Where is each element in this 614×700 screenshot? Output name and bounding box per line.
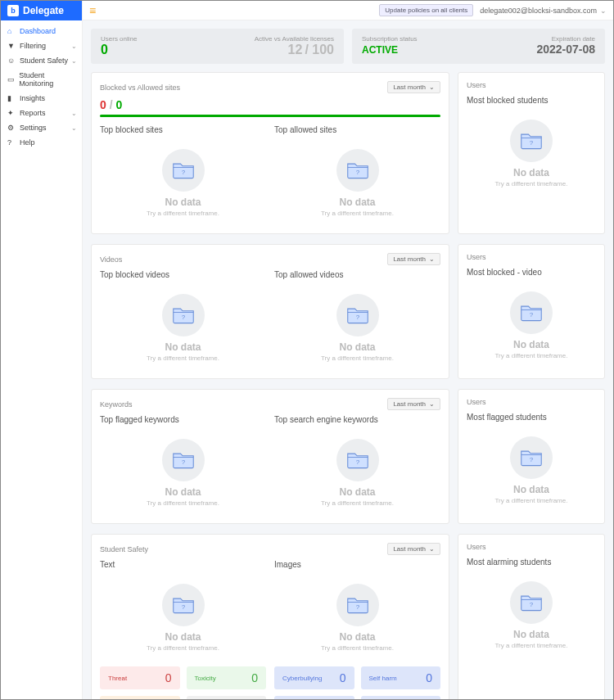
safety-timeframe-dropdown[interactable]: Last month⌄ bbox=[387, 543, 440, 555]
expiration-date: 2022-07-08 bbox=[536, 43, 595, 56]
pill-threat[interactable]: Threat0 bbox=[100, 666, 180, 689]
nav-item-dashboard[interactable]: ⌂Dashboard bbox=[1, 24, 82, 38]
no-data-title: No data bbox=[274, 341, 440, 353]
videos-users-title: Users bbox=[467, 253, 596, 261]
user-menu[interactable]: delegate002@blocksi-sandbox.com ⌄ bbox=[480, 7, 607, 15]
keywords-users-panel: Users Most flagged students ?No dataTry … bbox=[458, 389, 605, 524]
pill-label: Cyberbullying bbox=[282, 675, 322, 682]
sites-users-title: Users bbox=[467, 81, 596, 89]
expiration-label: Expiration date bbox=[552, 35, 595, 43]
folder-icon: ? bbox=[162, 294, 205, 336]
chevron-down-icon: ⌄ bbox=[71, 110, 77, 117]
nav-item-settings[interactable]: ⚙Settings⌄ bbox=[1, 120, 82, 135]
sites-panel: Blocked vs Allowed sites Last month⌄ 0 /… bbox=[91, 72, 449, 234]
chevron-down-icon: ⌄ bbox=[429, 545, 435, 553]
no-data-sub: Try a different timeframe. bbox=[100, 210, 266, 217]
nav-label: Dashboard bbox=[20, 27, 56, 35]
chevron-down-icon: ⌄ bbox=[429, 84, 435, 91]
sites-timeframe-dropdown[interactable]: Last month⌄ bbox=[387, 81, 440, 93]
subscription-card: Subscription status Expiration date ACTI… bbox=[352, 29, 605, 64]
update-policies-button[interactable]: Update policies on all clients bbox=[379, 4, 473, 16]
brand-icon: b bbox=[7, 5, 19, 16]
svg-text:?: ? bbox=[181, 314, 185, 321]
keywords-timeframe-dropdown[interactable]: Last month⌄ bbox=[387, 398, 440, 410]
folder-icon: ? bbox=[336, 439, 379, 481]
licenses-label: Active vs Available licenses bbox=[255, 35, 334, 43]
nav-label: Help bbox=[20, 138, 35, 147]
sites-progress-bar bbox=[100, 115, 440, 117]
topbar: ≡ Update policies on all clients delegat… bbox=[83, 1, 613, 20]
pill-adult[interactable]: Adult0 bbox=[361, 696, 441, 699]
no-data-sub: Try a different timeframe. bbox=[467, 352, 596, 359]
pill-self-harm[interactable]: Self harm0 bbox=[361, 666, 441, 689]
pill-label: Threat bbox=[108, 675, 127, 682]
nav-label: Student Monitoring bbox=[19, 71, 75, 88]
svg-text:?: ? bbox=[355, 314, 359, 321]
no-data: ?No dataTry a different timeframe. bbox=[100, 141, 266, 225]
svg-text:?: ? bbox=[530, 601, 534, 608]
videos-panel: Videos Last month⌄ Top blocked videos?No… bbox=[91, 244, 449, 379]
nav-item-insights[interactable]: ▮Insights bbox=[1, 91, 82, 106]
nav-icon: ☺ bbox=[7, 56, 16, 65]
nav-item-student-safety[interactable]: ☺Student Safety⌄ bbox=[1, 53, 82, 68]
pill-toxicity[interactable]: Toxicity0 bbox=[187, 666, 267, 689]
nav-icon: ▮ bbox=[7, 94, 16, 102]
videos-timeframe-dropdown[interactable]: Last month⌄ bbox=[387, 253, 440, 265]
sites-title: Blocked vs Allowed sites bbox=[100, 84, 180, 92]
folder-icon: ? bbox=[336, 584, 379, 626]
svg-text:?: ? bbox=[181, 169, 185, 176]
nav-icon: ? bbox=[7, 138, 16, 147]
svg-text:?: ? bbox=[355, 458, 359, 466]
pill-cyberbullying[interactable]: Cyberbullying0 bbox=[274, 666, 354, 689]
pill-cyberbullying[interactable]: Cyberbullying0 bbox=[100, 696, 180, 699]
folder-icon: ? bbox=[510, 581, 553, 624]
videos-users-panel: Users Most blocked - video ?No dataTry a… bbox=[458, 244, 605, 379]
nav-icon: ▼ bbox=[7, 42, 16, 50]
nav-item-reports[interactable]: ✦Reports⌄ bbox=[1, 106, 82, 120]
nav-label: Insights bbox=[20, 94, 45, 102]
brand-logo[interactable]: b Delegate bbox=[1, 1, 82, 20]
nav-item-help[interactable]: ?Help bbox=[1, 135, 82, 150]
no-data-title: No data bbox=[274, 631, 440, 643]
no-data-title: No data bbox=[467, 167, 596, 178]
folder-icon: ? bbox=[162, 439, 205, 481]
svg-text:?: ? bbox=[530, 311, 534, 318]
no-data-sub: Try a different timeframe. bbox=[274, 644, 440, 652]
no-data-title: No data bbox=[274, 196, 440, 208]
no-data-title: No data bbox=[274, 486, 440, 498]
nav-icon: ⚙ bbox=[7, 124, 16, 132]
nav-icon: ▭ bbox=[7, 75, 15, 84]
users-online-card: Users online Active vs Available license… bbox=[91, 29, 344, 64]
menu-toggle-icon[interactable]: ≡ bbox=[89, 4, 96, 17]
no-data: ?No dataTry a different timeframe. bbox=[274, 576, 440, 660]
no-data-sub: Try a different timeframe. bbox=[274, 355, 440, 362]
keywords-panel: Keywords Last month⌄ Top flagged keyword… bbox=[91, 389, 449, 524]
no-data-title: No data bbox=[467, 339, 596, 350]
no-data-sub: Try a different timeframe. bbox=[100, 355, 266, 362]
safety-images-title: Images bbox=[274, 560, 440, 569]
licenses-total: 100 bbox=[312, 43, 334, 56]
folder-icon: ? bbox=[336, 149, 379, 192]
users-online-label: Users online bbox=[101, 35, 137, 43]
pill-threat[interactable]: Threat0 bbox=[274, 696, 354, 699]
nav-item-student-monitoring[interactable]: ▭Student Monitoring bbox=[1, 68, 82, 91]
folder-icon: ? bbox=[510, 120, 553, 162]
licenses-active: 12 bbox=[288, 43, 303, 56]
nav-icon: ✦ bbox=[7, 109, 16, 117]
chevron-down-icon: ⌄ bbox=[429, 400, 435, 408]
chevron-down-icon: ⌄ bbox=[429, 255, 435, 263]
nav-label: Filtering bbox=[20, 42, 46, 50]
subscription-status: ACTIVE bbox=[362, 44, 398, 56]
svg-text:?: ? bbox=[530, 139, 534, 147]
top-allowed-sites-title: Top allowed sites bbox=[274, 125, 440, 134]
no-data-title: No data bbox=[100, 341, 266, 353]
student-safety-panel: Student Safety Last month⌄ Text ?No data… bbox=[91, 534, 449, 699]
pill-self-harm[interactable]: Self harm0 bbox=[187, 696, 267, 699]
nav-item-filtering[interactable]: ▼Filtering⌄ bbox=[1, 38, 82, 53]
nav-label: Settings bbox=[20, 124, 47, 132]
no-data-title: No data bbox=[467, 484, 596, 495]
nav-label: Reports bbox=[20, 109, 46, 117]
safety-image-pills: Cyberbullying0Threat0Self harm0Adult0 bbox=[274, 666, 440, 699]
most-alarming-students-title: Most alarming students bbox=[467, 558, 596, 567]
pill-value: 0 bbox=[165, 671, 172, 684]
